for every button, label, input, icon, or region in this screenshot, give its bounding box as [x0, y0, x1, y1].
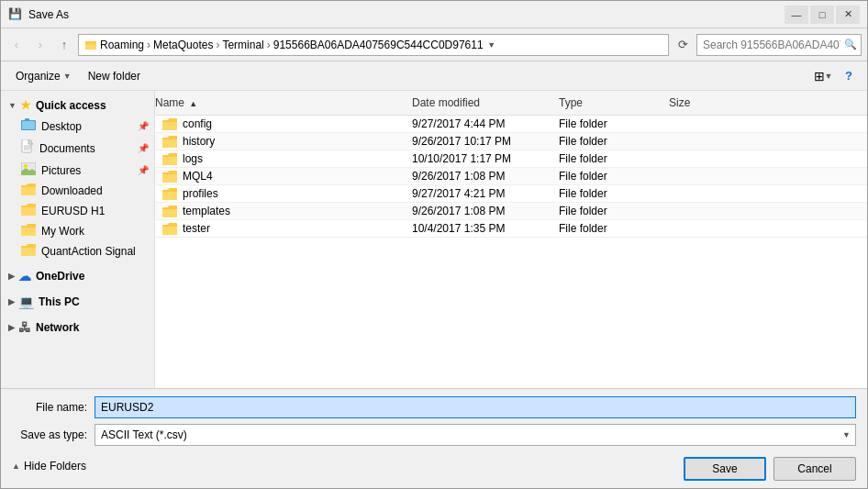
file-type: File folder [559, 117, 669, 130]
pictures-pin-icon: 📌 [138, 165, 149, 175]
sidebar-item-quantaction[interactable]: QuantAction Signal [1, 241, 154, 261]
file-date: 9/27/2017 4:44 PM [412, 117, 559, 130]
view-dropdown-icon: ▼ [825, 72, 833, 81]
file-list-header: Name ▲ Date modified Type Size [155, 91, 867, 116]
documents-pin-icon: 📌 [138, 143, 149, 153]
table-row[interactable]: config 9/27/2017 4:44 PM File folder [155, 116, 867, 133]
view-icon: ⊞ [814, 69, 825, 83]
sidebar-item-eurusd[interactable]: EURUSD H1 [1, 201, 154, 221]
table-row[interactable]: tester 10/4/2017 1:35 PM File folder [155, 220, 867, 238]
file-name: templates [183, 205, 230, 217]
file-type: File folder [559, 170, 669, 183]
save-button[interactable]: Save [684, 457, 766, 481]
file-type: File folder [559, 135, 669, 148]
pictures-icon [21, 162, 36, 178]
sidebar-item-desktop[interactable]: Desktop 📌 [1, 116, 154, 137]
breadcrumb-metaquotes[interactable]: MetaQuotes [153, 39, 213, 51]
breadcrumb-dropdown[interactable]: ▼ [484, 37, 500, 53]
maximize-button[interactable]: □ [810, 6, 834, 24]
breadcrumb-terminal[interactable]: Terminal [222, 39, 263, 51]
svg-point-10 [24, 164, 28, 168]
table-row[interactable]: logs 10/10/2017 1:17 PM File folder [155, 150, 867, 168]
hide-folders-button[interactable]: ▲ Hide Folders [12, 460, 86, 472]
sidebar-item-pictures[interactable]: Pictures 📌 [1, 160, 154, 181]
table-row[interactable]: templates 9/26/2017 1:08 PM File folder [155, 203, 867, 220]
file-name: logs [183, 152, 203, 165]
network-section: ▶ 🖧 Network [1, 317, 154, 339]
search-wrap: 🔍 [696, 34, 862, 56]
onedrive-header[interactable]: ▶ ☁ OneDrive [1, 265, 154, 287]
filename-input[interactable] [95, 396, 856, 418]
file-date: 9/27/2017 4:21 PM [412, 187, 559, 200]
table-row[interactable]: history 9/26/2017 10:17 PM File folder [155, 133, 867, 150]
window-title: Save As [28, 8, 69, 21]
bottom-buttons: Save Cancel [684, 457, 856, 481]
desktop-label: Desktop [41, 120, 82, 133]
file-type: File folder [559, 187, 669, 200]
file-date: 9/26/2017 1:08 PM [412, 170, 559, 183]
organize-label: Organize [16, 70, 61, 83]
help-icon: ? [845, 69, 852, 83]
documents-icon [21, 139, 34, 157]
close-button[interactable]: ✕ [836, 6, 860, 24]
savetype-wrap: ASCII Text (*.csv)CSV (*.csv)All Files (… [95, 424, 856, 446]
network-label: Network [36, 321, 79, 334]
network-header[interactable]: ▶ 🖧 Network [1, 317, 154, 339]
mywork-label: My Work [41, 225, 84, 238]
file-date: 10/4/2017 1:35 PM [412, 222, 559, 235]
savetype-select[interactable]: ASCII Text (*.csv)CSV (*.csv)All Files (… [95, 424, 856, 446]
file-name: tester [183, 222, 210, 235]
refresh-button[interactable]: ⟳ [673, 35, 693, 55]
hide-folders-row: ▲ Hide Folders [12, 460, 86, 472]
quick-access-section: ▼ ★ Quick access Desktop 📌 Documents [1, 94, 154, 261]
col-header-date[interactable]: Date modified [412, 93, 559, 113]
quantaction-icon [21, 244, 36, 259]
new-folder-button[interactable]: New folder [81, 65, 148, 87]
back-button[interactable]: ‹ [6, 35, 27, 55]
breadcrumb-roaming[interactable]: Roaming [100, 39, 144, 51]
organize-chevron-icon: ▼ [63, 72, 72, 81]
network-chevron-icon: ▶ [8, 323, 15, 332]
quick-access-header[interactable]: ▼ ★ Quick access [1, 94, 154, 116]
file-type: File folder [559, 205, 669, 217]
col-header-type[interactable]: Type [559, 93, 669, 113]
col-date-label: Date modified [412, 96, 480, 109]
cancel-button[interactable]: Cancel [773, 457, 856, 481]
file-type: File folder [559, 152, 669, 165]
sort-arrow-icon: ▲ [189, 99, 197, 108]
sidebar: ▼ ★ Quick access Desktop 📌 Documents [1, 91, 155, 388]
thispc-section: ▶ 💻 This PC [1, 291, 154, 313]
downloaded-icon [21, 183, 36, 198]
quantaction-label: QuantAction Signal [41, 245, 136, 258]
minimize-button[interactable]: — [785, 6, 808, 24]
view-button[interactable]: ⊞ ▼ [810, 65, 836, 87]
mywork-icon [21, 224, 36, 239]
table-row[interactable]: profiles 9/27/2017 4:21 PM File folder [155, 185, 867, 203]
search-input[interactable] [696, 34, 862, 56]
organize-button[interactable]: Organize ▼ [8, 65, 79, 87]
col-header-name[interactable]: Name ▲ [155, 93, 412, 113]
sidebar-item-downloaded[interactable]: Downloaded [1, 181, 154, 201]
forward-button[interactable]: › [30, 35, 50, 55]
help-button[interactable]: ? [838, 65, 860, 87]
desktop-pin-icon: 📌 [138, 121, 149, 131]
sidebar-item-mywork[interactable]: My Work [1, 221, 154, 241]
breadcrumb-id[interactable]: 915566BA06ADA407569C544CC0D97611 [273, 39, 484, 51]
thispc-chevron-icon: ▶ [8, 297, 15, 306]
sidebar-item-documents[interactable]: Documents 📌 [1, 137, 154, 160]
filename-row: File name: [12, 396, 856, 418]
file-rows-container: config 9/27/2017 4:44 PM File folder his… [155, 116, 867, 238]
thispc-header[interactable]: ▶ 💻 This PC [1, 291, 154, 313]
svg-rect-4 [25, 118, 29, 121]
file-name: profiles [183, 187, 218, 200]
address-bar: ‹ › ↑ Roaming › MetaQuotes › Terminal › … [1, 28, 867, 61]
downloaded-label: Downloaded [41, 184, 103, 197]
col-header-size[interactable]: Size [669, 93, 742, 113]
hide-folders-label: Hide Folders [24, 460, 86, 472]
onedrive-section: ▶ ☁ OneDrive [1, 265, 154, 287]
savetype-row: Save as type: ASCII Text (*.csv)CSV (*.c… [12, 424, 856, 446]
col-size-label: Size [669, 96, 690, 109]
up-button[interactable]: ↑ [54, 35, 74, 55]
filename-label: File name: [12, 401, 95, 414]
table-row[interactable]: MQL4 9/26/2017 1:08 PM File folder [155, 168, 867, 185]
